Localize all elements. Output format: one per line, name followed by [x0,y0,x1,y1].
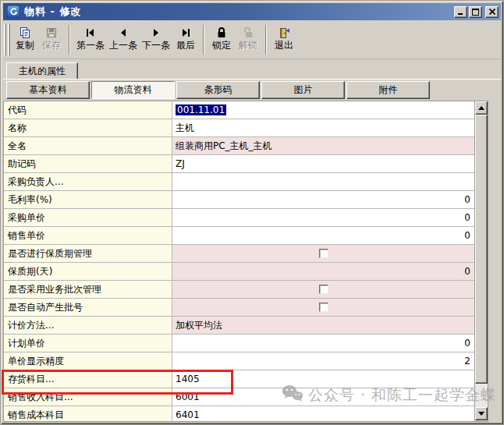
row-value[interactable]: 0 [172,263,474,280]
tab-barcode[interactable]: 条形码 [176,81,260,99]
row-value[interactable]: 0 [172,335,474,352]
subtab-label: 附件 [379,83,398,97]
row-value[interactable] [172,173,474,190]
window-title: 物料 - 修改 [24,5,81,19]
tab-host-properties[interactable]: 主机的属性 [6,62,78,79]
previous-record-icon [117,26,130,39]
maximize-icon [472,9,479,16]
tab-baseline [3,79,501,80]
toolbar-button-label: 上一条 [109,39,137,51]
tab-picture[interactable]: 图片 [261,81,345,99]
tab-basic-info[interactable]: 基本资料 [6,81,90,99]
selected-text: 001.11.01 [176,104,226,115]
exit-icon [278,26,290,39]
table-row: 单价显示精度2 [4,352,474,370]
row-value[interactable]: 2 [172,352,474,370]
material-edit-window: 物料 - 修改 复制 [0,0,504,425]
row-value[interactable]: 0 [172,191,474,208]
watermark: 公众号 · 和陈工一起学金蝶 [282,384,496,406]
row-label: 采购负责人... [4,173,172,190]
row-value[interactable] [172,299,474,316]
table-row: 销售单价0 [4,227,474,245]
table-row: 采购单价0 [4,209,474,227]
close-icon [489,9,495,15]
toolbar-grip[interactable] [8,24,10,55]
tab-attachment[interactable]: 附件 [346,81,430,99]
row-value[interactable]: 0 [172,209,474,226]
row-value[interactable]: ZJ [172,155,474,172]
copy-button[interactable]: 复制 [12,24,38,51]
first-record-button[interactable]: 第一条 [74,24,107,51]
unlock-icon [242,26,254,39]
checkbox[interactable] [319,249,328,258]
table-row: 采购负责人... [4,173,474,191]
scroll-up-icon [478,106,484,110]
checkbox[interactable] [319,285,328,294]
scroll-down-button[interactable] [475,407,488,420]
scroll-up-button[interactable] [475,101,488,115]
row-value[interactable]: 主机 [172,119,474,136]
row-label: 毛利率(%) [4,191,172,208]
row-label: 采购单价 [4,209,172,226]
first-record-icon [84,26,97,39]
toolbar-button-label: 下一条 [142,39,170,51]
toolbar: 复制 保存 第一条 上一条 [4,22,500,58]
save-button[interactable]: 保存 [38,24,65,51]
subtab-label: 物流资料 [115,83,152,97]
scroll-down-icon [478,412,484,416]
row-label: 是否进行保质期管理 [4,245,172,262]
toolbar-divider [3,58,501,59]
minimize-button[interactable] [454,6,467,18]
previous-record-button[interactable]: 上一条 [107,24,140,51]
next-record-icon [150,26,162,39]
minimize-icon [458,9,464,16]
property-grid: 代码001.11.01名称主机全名组装商用PC_主机_主机助记码ZJ采购负责人.… [3,101,488,422]
row-label: 代码 [4,101,172,119]
scrollbar-thumb[interactable] [475,115,488,384]
table-row: 保质期(天)0 [4,263,474,281]
table-row: 是否采用业务批次管理 [4,281,474,299]
row-label: 存货科目... [4,370,172,388]
lock-icon [215,26,228,39]
unlock-button[interactable]: 解锁 [235,24,261,51]
toolbar-button-label: 复制 [16,39,34,51]
subtab-strip: 基本资料 物流资料 条形码 图片 附件 [6,81,430,99]
toolbar-separator [69,25,70,55]
next-record-button[interactable]: 下一条 [140,24,172,51]
table-row: 助记码ZJ [4,155,474,173]
toolbar-grip[interactable] [4,24,6,55]
exit-button[interactable]: 退出 [271,24,297,51]
row-value[interactable]: 组装商用PC_主机_主机 [172,137,474,154]
toolbar-button-label: 第一条 [76,39,105,51]
window-controls [454,6,499,18]
row-value[interactable] [172,281,474,298]
table-row: 计价方法...加权平均法 [4,317,474,335]
maximize-button[interactable] [469,6,482,18]
row-label: 助记码 [4,155,172,172]
row-label: 名称 [4,119,172,136]
save-icon [45,26,58,39]
page-tab-label: 主机的属性 [19,65,66,78]
subtab-label: 条形码 [204,83,232,97]
row-value[interactable]: 加权平均法 [172,317,474,334]
last-record-button[interactable]: 最后 [172,24,199,51]
property-grid-rows: 代码001.11.01名称主机全名组装商用PC_主机_主机助记码ZJ采购负责人.… [4,101,474,421]
toolbar-button-label: 退出 [275,39,293,51]
close-button[interactable] [485,6,499,18]
row-value[interactable]: 0 [172,227,474,244]
vertical-scrollbar[interactable] [474,101,488,421]
table-row: 销售成本科目6401 [4,406,474,421]
subtab-label: 基本资料 [30,83,67,97]
row-label: 是否采用业务批次管理 [4,281,172,298]
table-row: 是否进行保质期管理 [4,245,474,263]
row-value[interactable]: 6401 [172,406,474,421]
row-label: 计价方法... [4,317,172,334]
row-value[interactable] [172,245,474,262]
row-value[interactable]: 001.11.01 [172,101,474,119]
table-row: 名称主机 [4,119,474,137]
row-label: 保质期(天) [4,263,172,280]
lock-button[interactable]: 锁定 [208,24,235,51]
tab-logistics-info[interactable]: 物流资料 [91,81,175,99]
copy-icon [19,26,31,39]
checkbox[interactable] [319,303,328,312]
